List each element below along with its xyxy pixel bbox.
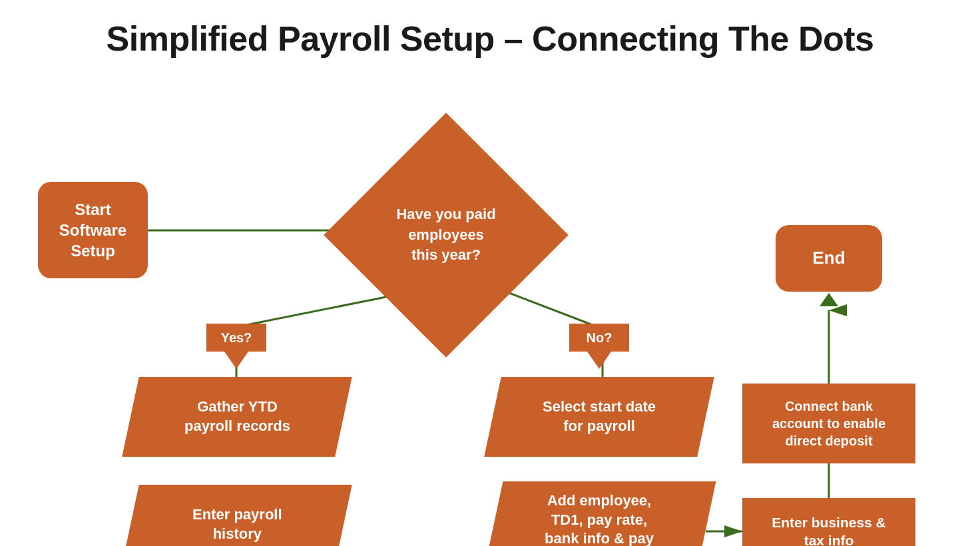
gather-node: Gather YTD payroll records bbox=[122, 377, 352, 457]
enter-history-node: Enter payroll history bbox=[122, 485, 352, 546]
enter-tax-node: Enter business & tax info bbox=[742, 498, 915, 546]
end-arrow bbox=[820, 293, 838, 306]
add-employee-node: Add employee, TD1, pay rate, bank info &… bbox=[483, 481, 716, 546]
select-date-node: Select start date for payroll bbox=[484, 377, 714, 457]
yes-label: Yes? bbox=[206, 324, 266, 352]
connect-bank-node: Connect bank account to enable direct de… bbox=[742, 384, 915, 463]
page-title: Simplified Payroll Setup – Connecting Th… bbox=[0, 0, 980, 65]
yes-arrow bbox=[224, 352, 248, 369]
start-node: Start Software Setup bbox=[38, 182, 148, 278]
no-label: No? bbox=[569, 324, 629, 352]
no-arrow bbox=[587, 352, 611, 369]
end-node: End bbox=[776, 225, 882, 292]
flowchart: Start Software Setup Have you paid emplo… bbox=[0, 65, 980, 546]
decision-node: Have you paid employees this year? bbox=[353, 142, 539, 328]
